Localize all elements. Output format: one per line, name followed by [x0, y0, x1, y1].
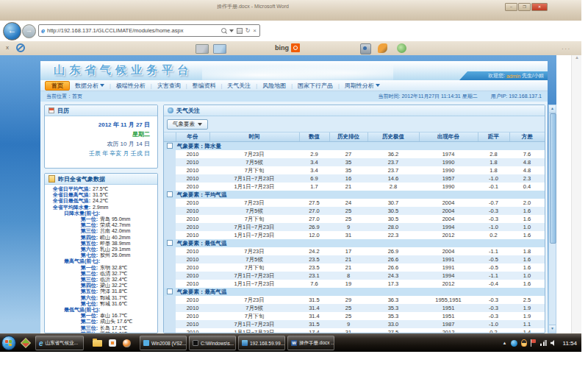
taskbar-task[interactable]: 192.168.59.99...: [238, 336, 285, 350]
toolbar-card-icon-2[interactable]: [213, 44, 226, 54]
nav-item-8[interactable]: 国家下行产品: [298, 82, 333, 90]
group-checkbox[interactable]: [167, 289, 173, 294]
table-row[interactable]: 20107月1日~7月23日23.1824.31994-1.11.0: [164, 272, 545, 280]
nav-item-5[interactable]: 整编资料: [192, 82, 215, 90]
nav-item-2[interactable]: 数据分析: [75, 82, 104, 90]
blocked-icon[interactable]: [16, 43, 25, 52]
restore-button[interactable]: ❐: [518, 3, 531, 11]
table-row[interactable]: 20107月1日~7月23日6.91614.61957-1.02.3: [164, 174, 545, 183]
scrollbar-thumb[interactable]: [550, 113, 556, 244]
table-row[interactable]: 20107月1日~7月23日26.9928.01994-1.01.0: [164, 223, 545, 231]
cell: 1987: [419, 320, 478, 328]
toolbar-camera-icon[interactable]: [360, 43, 371, 54]
table-row[interactable]: 20107月23日24.21726.92004-1.11.8: [164, 247, 545, 255]
network-icon[interactable]: [540, 340, 547, 346]
calendar-icon: [49, 107, 54, 113]
table-row[interactable]: 20107月下旬27.02530.52004-0.31.6: [164, 215, 545, 223]
taskbar-task[interactable]: Win2008 (VS2...: [140, 336, 187, 350]
rank-value: 乳山 29.1mm: [100, 247, 130, 252]
group-row[interactable]: 气象要素：平均气温: [164, 191, 545, 199]
table-row[interactable]: 20107月下旬3.43523.719901.84.8: [164, 166, 545, 174]
url-text[interactable]: http://192.168.137.1/GLCCLIMATE/modules/…: [47, 27, 221, 34]
table-row[interactable]: 20101月1日~7月23日7.61917.32012-0.41.6: [164, 280, 545, 288]
bing-search-icon[interactable]: [291, 43, 300, 52]
close-button[interactable]: ✕: [531, 3, 548, 11]
start-button[interactable]: [1, 336, 16, 350]
scroll-up-icon[interactable]: ▲: [549, 105, 556, 113]
rank-row: 第四位:崂山 40.2mm: [45, 235, 155, 241]
taskbar-task[interactable]: C:\Windows\s...: [189, 336, 236, 350]
media-player-icon[interactable]: [123, 339, 131, 347]
gadget-icon[interactable]: [21, 338, 31, 348]
table-row[interactable]: 20107月下旬23.52126.61991-0.51.6: [164, 263, 545, 272]
scroll-down-icon[interactable]: ▼: [549, 325, 556, 333]
qq-penguin-icon[interactable]: [521, 339, 527, 347]
calendar-panel-header: 日历: [45, 105, 157, 116]
table-row[interactable]: 20101月1日~7月23日12.03122.320120.21.6: [164, 231, 545, 239]
messenger-icon[interactable]: [511, 340, 517, 347]
column-header: 历史排位: [329, 132, 368, 142]
table-row[interactable]: 20107月23日27.52430.72004-0.72.0: [164, 199, 545, 207]
cell: 7月5候: [209, 304, 299, 312]
table-row[interactable]: 20101月1日~7月23日1.7212.81990-0.10.4: [164, 183, 545, 191]
row-select-cell: [164, 223, 176, 231]
address-bar[interactable]: e http://192.168.137.1/GLCCLIMATE/module…: [38, 24, 260, 37]
welcome-suffix: 先生/小姐: [522, 72, 544, 79]
table-row[interactable]: 20107月5候3.43523.719901.84.8: [164, 158, 545, 166]
content-scrollbar[interactable]: ▲ ▼: [548, 105, 556, 333]
taskbar-ie-button[interactable]: e 山东省气候业...: [35, 336, 84, 350]
group-row[interactable]: 气象要素：最低气温: [164, 239, 545, 247]
explorer-icon[interactable]: [93, 340, 102, 347]
cell: 1月1日~7月23日: [209, 231, 299, 239]
group-checkbox[interactable]: [167, 191, 173, 197]
group-row[interactable]: 气象要素：最高气温: [164, 288, 545, 296]
cell: 7月下旬: [209, 215, 299, 223]
toolbar-paint-icon[interactable]: [378, 43, 387, 53]
element-filter-button[interactable]: 气象要素: [167, 119, 208, 130]
refresh-icon[interactable]: ↻: [245, 27, 251, 34]
group-checkbox[interactable]: [167, 143, 173, 149]
app-icon[interactable]: [109, 339, 116, 347]
nav-item-3[interactable]: 极端性分析: [116, 82, 146, 90]
close-toolbar-icon[interactable]: x: [6, 44, 9, 51]
table-row[interactable]: 20107月23日2.92736.219742.87.6: [164, 150, 545, 158]
hidden-icons-arrow[interactable]: ▲: [503, 341, 507, 345]
toolbar-card-icon-1[interactable]: [196, 44, 209, 54]
back-button[interactable]: ←: [3, 22, 21, 40]
nav-item-9[interactable]: 周期性分析: [345, 82, 380, 90]
nav-item-1[interactable]: 首页: [45, 81, 70, 91]
group-row[interactable]: 气象要素：降水量: [164, 142, 545, 151]
search-icon[interactable]: [221, 28, 226, 33]
address-dropdown-icon[interactable]: [229, 29, 234, 32]
table-row[interactable]: 20107月5候23.52126.61991-0.51.6: [164, 255, 545, 263]
volume-icon[interactable]: [551, 340, 557, 346]
clock[interactable]: 11:54: [563, 340, 577, 347]
taskbar-task[interactable]: W操作手册.docx ...: [287, 336, 334, 350]
cell: 29: [329, 296, 368, 304]
cell: 26.6: [368, 263, 419, 272]
nav-item-4[interactable]: 灾害查询: [157, 82, 181, 90]
cell: 1.8: [478, 158, 509, 166]
table-row[interactable]: 20107月5候31.42535.31951-0.31.9: [164, 304, 545, 312]
minimize-button[interactable]: –: [505, 3, 517, 11]
table-row[interactable]: 20107月5候27.02530.52004-0.31.6: [164, 207, 545, 215]
table-row[interactable]: 20101月1日~7月23日17.43127.520120.21.4: [164, 328, 545, 333]
table-row[interactable]: 20107月23日31.52936.31955,1951-0.32.5: [164, 296, 545, 304]
rank-value: 青岛 95.0mm: [100, 216, 130, 222]
nav-item-6[interactable]: 天气关注: [227, 82, 251, 90]
rank-row: 第一位:东明 32.8℃: [45, 265, 155, 271]
nav-separator: |: [338, 83, 340, 88]
table-row[interactable]: 20107月1日~7月23日31.5933.01987-1.01.1: [164, 320, 545, 328]
bing-search-widget[interactable]: bing: [275, 43, 300, 52]
group-checkbox[interactable]: [167, 240, 173, 246]
toolbar-globe-icon[interactable]: [397, 43, 406, 53]
table-row[interactable]: 20107月下旬31.42535.31951-0.31.9: [164, 312, 545, 320]
toolbar-overflow-button[interactable]: ...: [562, 44, 571, 51]
browser-scrollbar[interactable]: ▲: [571, 55, 581, 333]
cell: 35.3: [368, 312, 419, 320]
stop-icon[interactable]: ×: [253, 27, 257, 34]
action-center-flag-icon[interactable]: [531, 339, 537, 347]
nav-item-7[interactable]: 风险地图: [262, 82, 286, 90]
forward-button[interactable]: →: [22, 24, 36, 38]
compatibility-icon[interactable]: [237, 28, 243, 34]
